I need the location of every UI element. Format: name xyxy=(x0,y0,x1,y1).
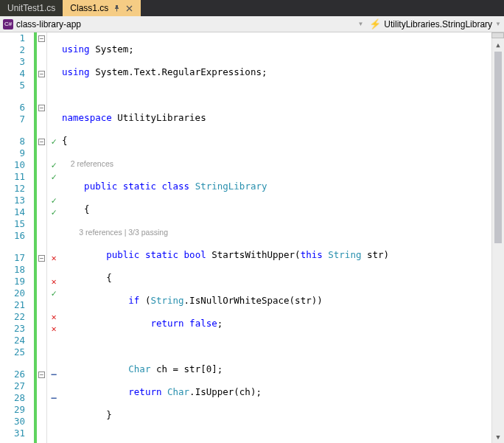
scroll-up-icon[interactable]: ▲ xyxy=(492,38,504,51)
scroll-down-icon[interactable]: ▼ xyxy=(492,430,504,443)
split-handle[interactable] xyxy=(491,32,504,38)
fold-toggle[interactable]: − xyxy=(38,139,45,145)
fail-icon: ✕ xyxy=(47,276,60,287)
tab-unittest[interactable]: UnitTest1.cs xyxy=(0,0,63,16)
untested-icon: — xyxy=(47,369,60,380)
line-numbers: 12345 67 8910111213141516 17181920212223… xyxy=(0,32,34,443)
test-status-column: ✓ ✓ ✓ ✓ ✓ ✕ ✕ ✓ ✕ ✕ — — xyxy=(47,32,60,443)
nav-scope-label: class-library-app xyxy=(16,19,81,29)
scrollbar-thumb[interactable] xyxy=(494,52,502,243)
fail-icon: ✕ xyxy=(47,311,60,323)
tab-class1[interactable]: Class1.cs xyxy=(63,0,141,16)
fold-toggle[interactable]: − xyxy=(38,35,45,42)
nav-member-label: UtilityLibraries.StringLibrary xyxy=(384,19,492,29)
code-area[interactable]: using System; using System.Text.RegularE… xyxy=(60,32,504,443)
tab-label: UnitTest1.cs xyxy=(7,3,55,13)
navigation-bar: C# class-library-app ▼ ⚡ UtilityLibrarie… xyxy=(0,16,504,32)
untested-icon: — xyxy=(47,392,60,404)
code-editor[interactable]: 12345 67 8910111213141516 17181920212223… xyxy=(0,32,504,443)
outline-column: − − − − − − xyxy=(37,32,47,443)
pass-icon: ✓ xyxy=(47,287,60,299)
pass-icon: ✓ xyxy=(47,136,60,147)
chevron-down-icon[interactable]: ▼ xyxy=(495,21,501,27)
gutter: 12345 67 8910111213141516 17181920212223… xyxy=(0,32,60,443)
pass-icon: ✓ xyxy=(47,171,60,183)
pass-icon: ✓ xyxy=(47,159,60,171)
close-icon[interactable] xyxy=(125,4,133,13)
fold-toggle[interactable]: − xyxy=(38,372,45,378)
pin-icon[interactable] xyxy=(113,4,120,12)
fold-toggle[interactable]: − xyxy=(38,71,45,77)
chevron-down-icon[interactable]: ▼ xyxy=(357,21,363,27)
pass-icon: ✓ xyxy=(47,206,60,218)
codelens[interactable]: 2 references xyxy=(62,158,504,170)
fail-icon: ✕ xyxy=(47,323,60,335)
nav-scope[interactable]: C# class-library-app xyxy=(3,19,357,29)
vertical-scrollbar[interactable]: ▲ ▼ xyxy=(491,38,504,443)
fold-toggle[interactable]: − xyxy=(38,255,45,262)
nav-member[interactable]: ⚡ UtilityLibraries.StringLibrary xyxy=(369,18,492,29)
fail-icon: ✕ xyxy=(47,252,60,264)
tab-label: Class1.cs xyxy=(70,3,108,13)
pass-icon: ✓ xyxy=(47,195,60,206)
lightning-icon: ⚡ xyxy=(369,18,381,29)
csharp-icon: C# xyxy=(3,19,13,29)
fold-toggle[interactable]: − xyxy=(38,105,45,111)
codelens[interactable]: 3 references | 3/3 passing xyxy=(62,226,504,238)
tab-bar: UnitTest1.cs Class1.cs xyxy=(0,0,504,16)
